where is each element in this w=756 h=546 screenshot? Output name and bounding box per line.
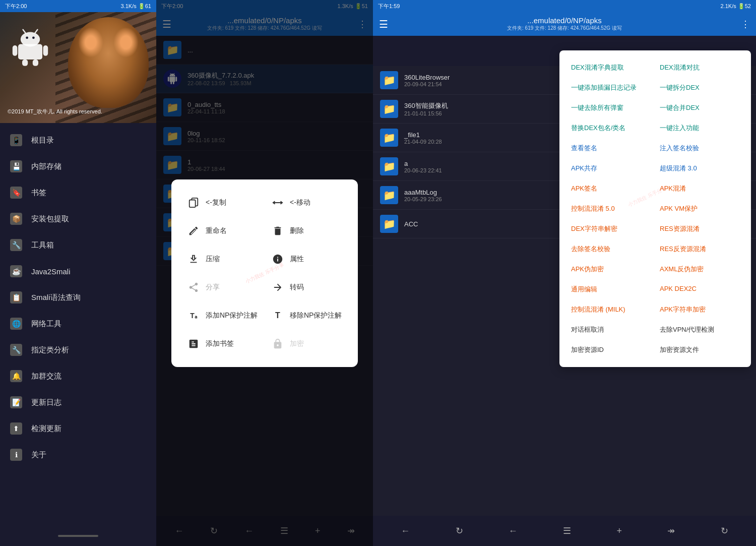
ctx-encrypt-label: 加密 <box>290 339 304 348</box>
menu-icon-right[interactable]: ☰ <box>379 18 388 30</box>
status-icons-right: 2.1K/s 🔋52 <box>721 3 751 10</box>
ctx-copy[interactable]: <-复制 <box>181 190 264 216</box>
popup-dex-str-dec[interactable]: DEX字符串解密 <box>567 219 655 238</box>
move-icon <box>271 196 285 210</box>
refresh2-btn-right[interactable]: ↻ <box>717 521 732 540</box>
ctx-move[interactable]: <-移动 <box>266 190 348 216</box>
nav-label-internal: 内部存储 <box>31 162 61 171</box>
nav-label-java2smali: Java2Smali <box>31 267 71 276</box>
update-icon: ⬆ <box>10 422 22 435</box>
ctx-delete[interactable]: 删除 <box>266 218 348 244</box>
nav-item-network[interactable]: 🌐 网络工具 <box>0 311 156 337</box>
popup-dex-counter[interactable]: DEX混淆对抗 <box>656 58 743 77</box>
nav-item-bookmark[interactable]: 🔖 书签 <box>0 179 156 206</box>
nav-label-toolbox: 工具箱 <box>31 240 54 250</box>
nav-label-smali: Smali语法查询 <box>31 293 81 302</box>
app-copyright: ©2019 MT_吹牛儿. All rights reserved. <box>8 108 102 115</box>
ctx-transcode[interactable]: 转码 <box>266 274 348 300</box>
nav-item-changelog[interactable]: 📝 更新日志 <box>0 389 156 415</box>
popup-axml-dec[interactable]: AXML反伪加密 <box>656 260 743 279</box>
popup-apk-fake-enc[interactable]: APK伪加密 <box>567 260 655 279</box>
popup-dex-extract[interactable]: DEX混淆字典提取 <box>567 58 655 77</box>
home-indicator-left <box>58 535 98 537</box>
ctx-copy-label: <-复制 <box>206 198 226 207</box>
nav-item-internal[interactable]: 💾 内部存储 <box>0 153 156 179</box>
root-icon: 📱 <box>10 134 22 146</box>
popup-general-edit[interactable]: 通用编辑 <box>567 280 655 299</box>
ctx-share[interactable]: 分享 <box>181 274 264 300</box>
nav-item-group[interactable]: 🔔 加群交流 <box>0 363 156 389</box>
popup-grid: DEX混淆字典提取 DEX混淆对抗 一键添加插漏日志记录 一键拆分DEX 一键去… <box>567 58 743 359</box>
ctx-rename-label: 重命名 <box>206 226 227 235</box>
popup-enc-res-file[interactable]: 加密资源文件 <box>656 340 743 359</box>
add-btn-right[interactable]: + <box>613 522 626 540</box>
nav-item-apk-extract[interactable]: 📦 安装包提取 <box>0 206 156 232</box>
path-text-right: ...emulated/0/NP/apks <box>393 16 736 25</box>
folder-icon-360lite: 📁 <box>380 71 398 89</box>
popup-apk-sign[interactable]: APK签名 <box>567 179 655 198</box>
popup-res-deobf[interactable]: RES反资源混淆 <box>656 239 743 259</box>
forward-btn-right[interactable]: ↠ <box>663 521 679 540</box>
nav-label-update: 检测更新 <box>31 424 61 434</box>
path-info-right: 文件夹: 619 文件: 128 储存: 424.76G/464.52G 读写 <box>393 25 736 32</box>
popup-apk-obf[interactable]: APK混淆 <box>656 179 743 198</box>
popup-apk-str-enc[interactable]: APK字符串加密 <box>656 300 743 319</box>
popup-apk-dex2c[interactable]: APK DEX2C <box>656 280 743 299</box>
path-header-right: ...emulated/0/NP/apks 文件夹: 619 文件: 128 储… <box>393 16 736 32</box>
popup-remove-vpn[interactable]: 去除VPN/代理检测 <box>656 320 743 339</box>
ctx-add-bookmark[interactable]: 添加书签 <box>181 331 264 357</box>
back-btn-right[interactable]: ← <box>397 522 414 540</box>
popup-replace-dex-pkg[interactable]: 替换DEX包名/类名 <box>567 118 655 138</box>
popup-res-obf[interactable]: RES资源混淆 <box>656 219 743 238</box>
popup-remove-sig-verify[interactable]: 去除签名校验 <box>567 239 655 259</box>
popup-merge-dex[interactable]: 一键合并DEX <box>656 98 743 117</box>
nav-item-toolbox[interactable]: 🔧 工具箱 <box>0 232 156 258</box>
ctx-properties[interactable]: 属性 <box>266 246 348 272</box>
popup-apk-coexist[interactable]: APK共存 <box>567 159 655 178</box>
menu-btn-right[interactable]: ☰ <box>559 521 575 540</box>
popup-split-dex[interactable]: 一键拆分DEX <box>656 78 743 97</box>
ctx-remove-np[interactable]: T 移除NP保护注解 <box>266 302 348 329</box>
popup-flow-milk[interactable]: 控制流混淆 (MILK) <box>567 300 655 319</box>
popup-inject-func[interactable]: 一键注入功能 <box>656 118 743 138</box>
popup-inject-sig[interactable]: 注入签名校验 <box>656 139 743 158</box>
ctx-properties-label: 属性 <box>290 255 304 264</box>
svg-line-5 <box>35 30 38 33</box>
add-np-icon: Tₐ <box>186 309 201 323</box>
svg-rect-7 <box>43 45 48 56</box>
context-menu-overlay[interactable]: 小力我佐 乐手分享 <-复制 <-移动 重命名 <box>156 0 373 546</box>
refresh-btn-right[interactable]: ↻ <box>452 521 467 540</box>
ctx-move-label: <-移动 <box>290 198 310 207</box>
ctx-add-np[interactable]: Tₐ 添加NP保护注解 <box>181 302 264 329</box>
popup-super-obf[interactable]: 超级混淆 3.0 <box>656 159 743 178</box>
network-icon: 🌐 <box>10 318 22 330</box>
back-arrow-right[interactable]: ← <box>505 522 522 540</box>
nav-label-root: 根目录 <box>31 136 54 145</box>
right-popup-menu: 小力我佐 乐手分享 DEX混淆字典提取 DEX混淆对抗 一键添加插漏日志记录 一… <box>559 50 751 367</box>
folder-icon-file1: 📁 <box>380 129 398 147</box>
nav-item-class-analysis[interactable]: 🔧 指定类分析 <box>0 337 156 363</box>
compress-icon <box>186 252 201 266</box>
ctx-rename[interactable]: 重命名 <box>181 218 264 244</box>
android-logo <box>10 27 50 68</box>
more-icon-right[interactable]: ⋮ <box>741 19 750 30</box>
popup-log-record[interactable]: 一键添加插漏日志记录 <box>567 78 655 97</box>
nav-item-root[interactable]: 📱 根目录 <box>0 127 156 153</box>
popup-apk-vm[interactable]: APK VM保护 <box>656 199 743 218</box>
popup-view-sig[interactable]: 查看签名 <box>567 139 655 158</box>
popup-flow-obf[interactable]: 控制流混淆 5.0 <box>567 199 655 218</box>
nav-item-check-update[interactable]: ⬆ 检测更新 <box>0 415 156 442</box>
bookmark-icon: 🔖 <box>10 187 22 199</box>
nav-item-java2smali[interactable]: ☕ Java2Smali <box>0 258 156 284</box>
popup-dialog-cancel[interactable]: 对话框取消 <box>567 320 655 339</box>
bottom-bar-left <box>0 526 156 546</box>
popup-remove-popup[interactable]: 一键去除所有弹窗 <box>567 98 655 117</box>
popup-enc-res-id[interactable]: 加密资源ID <box>567 340 655 359</box>
ctx-compress[interactable]: 压缩 <box>181 246 264 272</box>
nav-item-smali-query[interactable]: 📋 Smali语法查询 <box>0 284 156 311</box>
remove-np-icon: T <box>271 309 285 323</box>
nav-list: 📱 根目录 💾 内部存储 🔖 书签 📦 安装包提取 🔧 工具箱 ☕ Java2S… <box>0 123 156 526</box>
bottom-bar-right: ← ↻ ← ☰ + ↠ ↻ <box>373 516 756 546</box>
ctx-encrypt[interactable]: 加密 <box>266 331 348 357</box>
nav-item-about[interactable]: ℹ 关于 <box>0 442 156 468</box>
